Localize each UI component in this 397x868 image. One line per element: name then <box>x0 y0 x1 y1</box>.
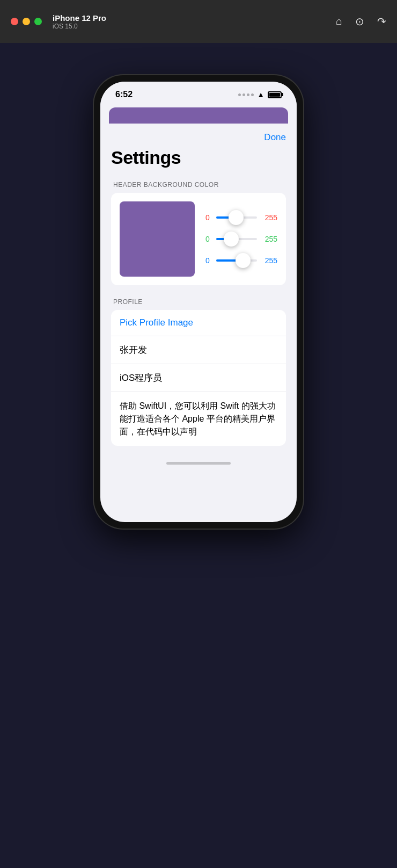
profile-name-row[interactable]: 张开发 <box>111 336 286 364</box>
done-button[interactable]: Done <box>264 132 286 143</box>
profile-title: iOS程序员 <box>120 373 162 383</box>
color-swatch <box>120 201 195 277</box>
status-bar: 6:52 ▲ <box>100 82 297 107</box>
pick-profile-image-link[interactable]: Pick Profile Image <box>120 317 193 328</box>
settings-title: Settings <box>111 147 286 168</box>
iphone-frame: 6:52 ▲ <box>94 75 303 529</box>
device-os: iOS 15.0 <box>53 23 106 30</box>
status-time: 6:52 <box>115 90 133 99</box>
titlebar-icons: ⌂ ⊙ ↷ <box>336 15 386 28</box>
blue-slider-track <box>216 259 257 262</box>
green-slider-row: 0 255 <box>203 235 277 243</box>
simulator-background: 6:52 ▲ <box>0 43 397 868</box>
battery-icon <box>268 91 282 98</box>
green-slider-track <box>216 238 257 240</box>
red-slider-row: 0 255 <box>203 213 277 222</box>
red-slider-thumb[interactable] <box>229 210 244 225</box>
minimize-button[interactable] <box>23 18 30 25</box>
profile-card: Pick Profile Image 张开发 iOS程序员 借助 SwiftUI… <box>111 310 286 446</box>
header-bg-color-label: HEADER BACKGROUND COLOR <box>111 181 286 189</box>
camera-icon[interactable]: ⊙ <box>355 15 364 28</box>
green-max-label: 255 <box>261 235 277 243</box>
maximize-button[interactable] <box>34 18 42 25</box>
profile-bio: 借助 SwiftUI，您可以利用 Swift 的强大功能打造适合各个 Apple… <box>120 400 277 438</box>
sliders-area: 0 255 0 <box>203 213 277 265</box>
green-slider-thumb[interactable] <box>224 232 239 247</box>
close-button[interactable] <box>11 18 18 25</box>
green-min-label: 0 <box>203 235 212 243</box>
traffic-lights <box>11 18 42 25</box>
red-min-label: 0 <box>203 213 212 222</box>
blue-slider-row: 0 255 <box>203 256 277 265</box>
home-bar <box>166 462 231 465</box>
red-max-label: 255 <box>261 213 277 222</box>
home-indicator-area <box>100 457 297 468</box>
blue-min-label: 0 <box>203 256 212 265</box>
rotate-icon[interactable]: ↷ <box>377 15 386 28</box>
status-right-icons: ▲ <box>238 90 282 99</box>
blue-max-label: 255 <box>261 256 277 265</box>
mac-titlebar: iPhone 12 Pro iOS 15.0 ⌂ ⊙ ↷ <box>0 0 397 43</box>
purple-header-peek <box>109 107 288 124</box>
wifi-icon: ▲ <box>257 90 264 99</box>
device-name: iPhone 12 Pro <box>53 13 106 23</box>
profile-name: 张开发 <box>120 345 147 355</box>
profile-bio-row: 借助 SwiftUI，您可以利用 Swift 的强大功能打造适合各个 Apple… <box>111 392 286 446</box>
color-picker-card: 0 255 0 <box>111 193 286 285</box>
profile-section-label: PROFILE <box>111 298 286 306</box>
pick-profile-image-row[interactable]: Pick Profile Image <box>111 310 286 336</box>
signal-icon <box>238 93 254 96</box>
blue-slider-thumb[interactable] <box>236 253 251 268</box>
device-info: iPhone 12 Pro iOS 15.0 <box>53 13 106 30</box>
settings-card: Done Settings HEADER BACKGROUND COLOR 0 <box>100 124 297 457</box>
home-icon[interactable]: ⌂ <box>336 15 342 28</box>
iphone-screen: 6:52 ▲ <box>100 82 297 522</box>
red-slider-track <box>216 216 257 219</box>
done-row: Done <box>111 124 286 147</box>
profile-title-row[interactable]: iOS程序员 <box>111 364 286 392</box>
